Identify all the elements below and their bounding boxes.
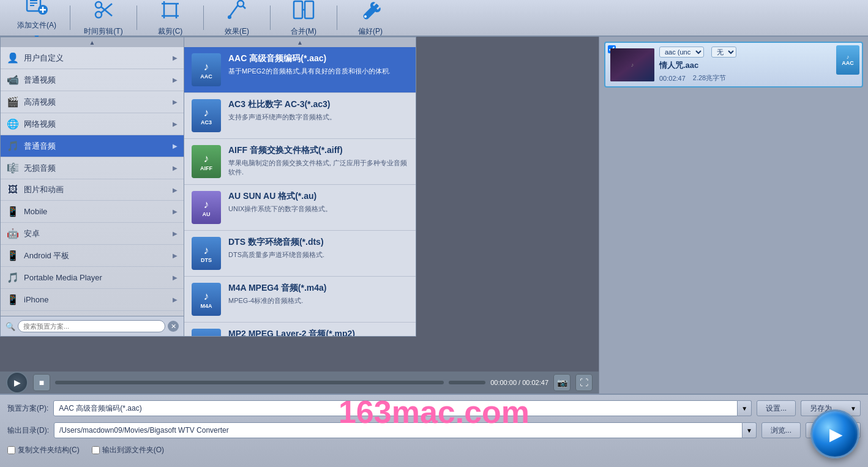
file-info: aac (unc 无 情人咒.aac 00:02:47 2.28兆字节 [659,47,857,83]
file-meta-bottom: 00:02:47 2.28兆字节 [659,73,857,83]
file-format-select[interactable]: aac (unc [659,47,704,58]
start-sphere: ▶ [810,409,859,458]
format-item-ac3[interactable]: ♪ AC3 AC3 杜比数字 AC-3(*.ac3) 支持多声道环绕声的数字音频… [184,93,416,139]
format-badge-ac3: ♪ AC3 [192,99,221,132]
format-title-au: AU SUN AU 格式(*.au) [228,191,408,202]
stop-button[interactable]: ■ [33,374,50,391]
svg-point-22 [228,15,231,19]
category-item-iphone[interactable]: 📱 iPhone ▶ [1,289,184,311]
category-item-normal-audio[interactable]: 🎵 普通音频 ▶ [1,135,184,157]
effect-label: 效果(E) [225,26,249,37]
cat-label-photo-anim: 图片和动画 [24,184,168,195]
svg-point-8 [95,2,102,8]
play-button[interactable]: ▶ [6,372,28,394]
toolbar-divider-4 [270,6,271,30]
merge-button[interactable]: 合并(M) [273,0,334,39]
format-badge-aiff: ♪ AIFF [192,145,221,178]
fullscreen-button[interactable]: ⛶ [575,374,593,391]
format-item-m4a[interactable]: ♪ M4A M4A MPEG4 音频(*.m4a) MPEG-4标准的音频格式. [184,277,416,323]
wrench-icon [359,0,381,25]
badge-label-au: AU [203,211,211,217]
preset-row: 预置方案(P): ▼ 设置... 另存为... ▼ [7,398,861,418]
trim-label: 时间剪辑(T) [84,26,122,37]
format-item-aiff[interactable]: ♪ AIFF AIFF 音频交换文件格式(*.aiff) 苹果电脑制定的音频交换… [184,139,416,185]
output-label: 输出目录(D): [7,425,49,436]
svg-point-20 [238,1,244,7]
category-item-android-tablet[interactable]: 📱 Android 平板 ▶ [1,245,184,267]
category-item-pmp[interactable]: 🎵 Portable Media Player ▶ [1,267,184,289]
screenshot-button[interactable]: 📷 [553,374,571,391]
category-item-normal-video[interactable]: 📹 普通视频 ▶ [1,69,184,91]
format-title-mp2: MP2 MPEG Layer-2 音频(*.mp2) [228,329,408,337]
cat-icon-android-tablet: 📱 [7,250,19,261]
category-items-container: 👤 用户自定义 ▶ 📹 普通视频 ▶ 🎬 高清视频 ▶ 🌐 网络视频 ▶ 🎵 普… [1,47,184,337]
badge-note-aiff: ♪ [204,152,209,165]
format-item-dts[interactable]: ♪ DTS DTS 数字环绕音频(*.dts) DTS高质量多声道环绕音频格式. [184,231,416,277]
cat-label-android-tablet: Android 平板 [24,250,168,261]
cat-icon-pmp: 🎵 [7,272,19,283]
trim-button[interactable]: 时间剪辑(T) [73,0,134,39]
aac-badge-inner: ♪ AAC [836,45,859,75]
cat-label-lossless-audio: 无损音频 [24,163,168,174]
cat-arrow-normal-audio: ▶ [173,143,178,149]
search-clear-button[interactable]: ✕ [168,321,179,332]
category-item-hd-video[interactable]: 🎬 高清视频 ▶ [1,91,184,113]
category-item-net-video[interactable]: 🌐 网络视频 ▶ [1,113,184,135]
progress-bar[interactable] [55,381,444,384]
format-scroll-up[interactable]: ▲ [184,37,416,47]
start-play-icon: ▶ [829,424,843,444]
add-file-icon [26,0,48,19]
copy-folder-checkbox[interactable] [7,446,15,454]
output-dropdown-arrow[interactable]: ▼ [743,422,757,438]
search-input[interactable] [18,320,165,332]
settings-button[interactable]: 设置... [757,400,796,416]
cat-label-android: 安卓 [24,228,168,239]
format-desc-ac3: 支持多声道环绕声的数字音频格式。 [228,113,408,122]
start-button[interactable]: ▶ [810,409,859,458]
copy-folder-checkbox-item[interactable]: 复制文件夹结构(C) [7,445,80,455]
aac-badge-note: ♪ [847,54,850,60]
format-item-mp2[interactable]: ♪ MP2 MP2 MPEG Layer-2 音频(*.mp2) [184,323,416,337]
category-item-lossless-audio[interactable]: 🎼 无损音频 ▶ [1,157,184,179]
output-source-checkbox[interactable] [92,446,100,454]
crop-button[interactable]: 裁剪(C) [140,0,201,39]
volume-slider[interactable] [449,381,485,384]
format-badge-au: ♪ AU [192,191,221,224]
format-item-aac[interactable]: ♪ AAC AAC 高级音频编码(*.aac) 基于MPEG2的音频格式,具有良… [184,47,416,93]
main-area: ▶ ■ 00:00:00 / 00:02:47 📷 ⛶ [0,37,868,394]
cat-arrow-android-tablet: ▶ [173,252,178,259]
cat-arrow-mobile: ▶ [173,208,178,215]
output-source-checkbox-item[interactable]: 输出到源文件夹(O) [92,445,164,455]
category-scroll-up[interactable]: ▲ [1,37,184,47]
file-duration: 00:02:47 [659,75,686,82]
output-row: 输出目录(D): ▼ 浏览... 打开文件夹 [7,420,861,440]
browse-button[interactable]: 浏览... [761,422,801,438]
cat-icon-normal-audio: 🎵 [7,140,19,152]
format-title-m4a: M4A MPEG4 音频(*.m4a) [228,283,408,294]
cat-arrow-lossless-audio: ▶ [173,165,178,171]
file-item: ♪ aac (unc 无 情人咒.aac 00:02:47 2.28兆字节 [604,42,863,88]
svg-point-26 [364,15,367,18]
preset-dropdown-arrow[interactable]: ▼ [738,400,752,416]
cat-arrow-pmp: ▶ [173,274,178,281]
svg-line-21 [243,6,245,9]
category-item-photo-anim[interactable]: 🖼 图片和动画 ▶ [1,179,184,201]
file-badge: ♪ AAC [836,45,859,75]
cat-icon-user: 👤 [7,52,19,64]
toolbar-divider-3 [203,6,204,30]
svg-point-7 [95,12,102,18]
file-quality-select[interactable]: 无 [711,47,736,58]
prefs-button[interactable]: 偏好(P) [340,0,401,39]
output-input[interactable] [54,422,743,438]
svg-text:♪: ♪ [631,62,634,68]
output-source-label: 输出到源文件夹(O) [102,445,164,455]
preset-input[interactable] [53,400,738,416]
svg-rect-11 [164,4,176,16]
cat-icon-photo-anim: 🖼 [7,184,19,195]
category-item-user[interactable]: 👤 用户自定义 ▶ [1,47,184,69]
category-item-android[interactable]: 🤖 安卓 ▶ [1,223,184,245]
format-items-container: ♪ AAC AAC 高级音频编码(*.aac) 基于MPEG2的音频格式,具有良… [184,47,416,337]
format-item-au[interactable]: ♪ AU AU SUN AU 格式(*.au) UNIX操作系统下的数字音频格式… [184,185,416,231]
category-item-mobile[interactable]: 📱 Mobile ▶ [1,201,184,223]
effect-button[interactable]: 效果(E) [206,0,268,39]
